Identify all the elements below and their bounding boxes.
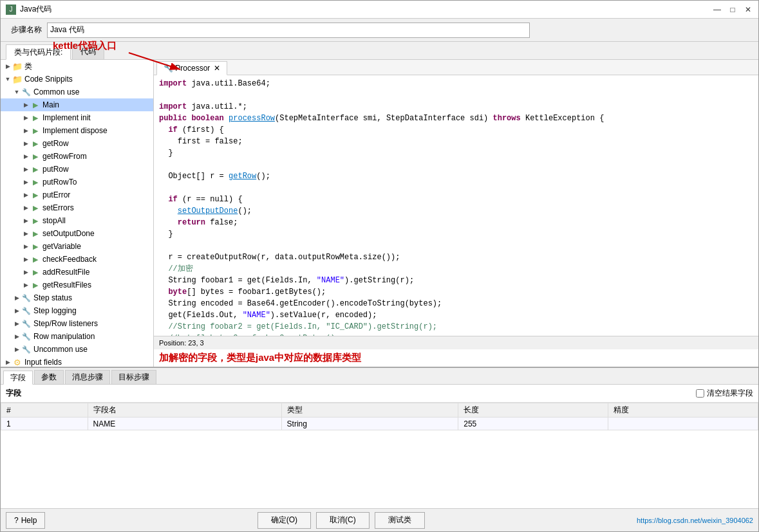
code-tabs: 🔧 Processor ✕ — [154, 60, 758, 75]
tree-item-main[interactable]: ▶ ▶ Main — [1, 98, 153, 111]
sidebar-scroll[interactable]: ▶ 📁 类 ▼ 📁 Code Snippits ▼ 🔧 Common use — [1, 60, 153, 367]
tree-item-input-fields[interactable]: ▶ ⚙ Input fields — [1, 356, 153, 367]
tree-item-uncommon-use[interactable]: ▶ 🔧 Uncommon use — [1, 343, 153, 356]
app-icon: J — [6, 5, 16, 15]
clear-checkbox-container: 清空结果字段 — [696, 388, 753, 399]
code-line-18: String foobar1 = get(Fields.In, "NAME").… — [159, 275, 753, 286]
tree-item-snippits[interactable]: ▼ 📁 Code Snippits — [1, 73, 153, 86]
window-controls: — □ ✕ — [712, 5, 753, 15]
code-line-14: } — [159, 228, 753, 240]
tree-item-stopall[interactable]: ▶ ▶ stopAll — [1, 214, 153, 227]
minimize-button[interactable]: — — [712, 5, 722, 15]
tree-item-step-logging[interactable]: ▶ 🔧 Step logging — [1, 304, 153, 317]
tree-label-implement-init: Implement init — [42, 113, 91, 122]
tree-item-getresultfiles[interactable]: ▶ ▶ getResultFiles — [1, 279, 153, 291]
footer-url: https://blog.csdn.net/weixin_3904062 — [637, 517, 753, 524]
step-name-label: 步骤名称 — [11, 24, 42, 35]
col-header-precision: 精度 — [608, 403, 758, 417]
tree-item-implement-dispose[interactable]: ▶ ▶ Implement dispose — [1, 124, 153, 137]
tree-item-getrowfrom[interactable]: ▶ ▶ getRowFrom — [1, 150, 153, 163]
tree-item-step-row-listeners[interactable]: ▶ 🔧 Step/Row listeners — [1, 317, 153, 330]
tree-item-row-manipulation[interactable]: ▶ 🔧 Row manipulation — [1, 330, 153, 343]
tab-class-snippets[interactable]: 类与代码片段: — [6, 44, 71, 60]
tree-label-row-manipulation: Row manipulation — [33, 332, 95, 341]
help-icon: ? — [14, 516, 19, 525]
tree-label-snippits: Code Snippits — [24, 75, 73, 84]
tree-label-getrowfrom: getRowFrom — [42, 152, 87, 161]
tab-params[interactable]: 参数 — [34, 370, 64, 384]
test-button[interactable]: 测试类 — [375, 512, 425, 529]
close-button[interactable]: ✕ — [743, 5, 753, 15]
cell-precision — [608, 417, 758, 430]
snippet-icon-common: 🔧 — [21, 87, 32, 97]
bottom-content: 字段 清空结果字段 # 字段名 类型 长度 精度 — [1, 385, 758, 508]
code-tab-processor[interactable]: 🔧 Processor ✕ — [156, 61, 227, 75]
col-header-fieldname: 字段名 — [88, 403, 281, 417]
tree-label-step-row-listeners: Step/Row listeners — [33, 319, 98, 328]
tree-label-stopall: stopAll — [42, 216, 66, 225]
tree-label-getvariable: getVariable — [42, 242, 81, 251]
confirm-button[interactable]: 确定(O) — [258, 512, 311, 529]
tree-item-putrowto[interactable]: ▶ ▶ putRowTo — [1, 176, 153, 188]
col-header-length: 长度 — [458, 403, 608, 417]
code-line-12: setOutputDone(); — [159, 205, 753, 217]
tree-arrow-classes: ▶ — [3, 62, 12, 71]
tree-item-getvariable[interactable]: ▶ ▶ getVariable — [1, 240, 153, 253]
tree-item-getrow[interactable]: ▶ ▶ getRow — [1, 137, 153, 150]
tree-item-classes[interactable]: ▶ 📁 类 — [1, 60, 153, 73]
main-tabs-header: 类与代码片段: 代码 — [1, 42, 758, 60]
tree-label-classes: 类 — [24, 61, 32, 72]
tree-label-step-status: Step status — [33, 293, 72, 302]
tree-arrow-snippits: ▼ — [3, 75, 12, 84]
maximize-button[interactable]: □ — [727, 5, 738, 15]
code-line-15 — [159, 240, 753, 252]
tree-item-checkfeedback[interactable]: ▶ ▶ checkFeedback — [1, 253, 153, 266]
code-editor[interactable]: import java.util.Base64; import java.uti… — [154, 75, 758, 336]
tree-item-implement-init[interactable]: ▶ ▶ Implement init — [1, 111, 153, 124]
table-row[interactable]: 1 NAME String 255 — [1, 417, 758, 430]
tree-item-step-status[interactable]: ▶ 🔧 Step status — [1, 291, 153, 304]
main-content: ▶ 📁 类 ▼ 📁 Code Snippits ▼ 🔧 Common use — [1, 60, 758, 367]
step-name-row: 步骤名称 — [1, 19, 758, 42]
tab-code[interactable]: 代码 — [72, 44, 104, 59]
tree-label-putrow: putRow — [42, 165, 69, 174]
tree-item-setoutputdone[interactable]: ▶ ▶ setOutputDone — [1, 227, 153, 240]
title-bar: J Java代码 — □ ✕ — [1, 1, 758, 19]
cancel-button[interactable]: 取消(C) — [316, 512, 370, 529]
tree-item-addresultfile[interactable]: ▶ ▶ addResultFile — [1, 266, 153, 279]
table-container: # 字段名 类型 长度 精度 1 NAME String 255 — [1, 403, 758, 508]
code-line-8 — [159, 159, 753, 170]
tab-message-steps[interactable]: 消息步骤 — [65, 370, 110, 384]
tab-processor-close[interactable]: ✕ — [214, 64, 220, 73]
tab-target-steps[interactable]: 目标步骤 — [111, 370, 156, 384]
tree-item-puterror[interactable]: ▶ ▶ putError — [1, 188, 153, 201]
code-line-4: public boolean processRow(StepMetaInterf… — [159, 113, 753, 124]
tab-fields[interactable]: 字段 — [3, 371, 33, 385]
tree-label-putrowto: putRowTo — [42, 178, 77, 187]
tree-item-putrow[interactable]: ▶ ▶ putRow — [1, 163, 153, 176]
window-title: Java代码 — [20, 4, 712, 15]
tree-item-common-use[interactable]: ▼ 🔧 Common use — [1, 86, 153, 98]
tab-processor-label: 🔧 Processor — [164, 64, 210, 73]
step-name-input[interactable] — [47, 23, 530, 38]
code-line-3: import java.util.*; — [159, 101, 753, 113]
code-line-6: first = false; — [159, 136, 753, 147]
col-header-num: # — [1, 403, 88, 417]
tree-label-uncommon-use: Uncommon use — [33, 345, 88, 354]
item-icon-main: ▶ — [30, 100, 41, 110]
tree-label-input-fields: Input fields — [24, 358, 62, 367]
tree-arrow-common: ▼ — [12, 87, 21, 96]
clear-checkbox[interactable] — [696, 389, 704, 398]
decrypt-note: 加解密的字段，类型是java中对应的数据库类型 — [154, 349, 758, 367]
main-window: J Java代码 — □ ✕ 步骤名称 类与代码片段: 代码 ▶ 📁 — [0, 0, 759, 532]
code-line-16: r = createOutputRow(r, data.outputRowMet… — [159, 252, 753, 263]
help-button[interactable]: ? Help — [6, 512, 45, 529]
cell-num: 1 — [1, 417, 88, 430]
code-line-17: //加密 — [159, 263, 753, 275]
tree-label-implement-dispose: Implement dispose — [42, 126, 108, 135]
col-header-type: 类型 — [281, 403, 458, 417]
cell-type: String — [281, 417, 458, 430]
code-line-19: byte[] bytes = foobar1.getBytes(); — [159, 286, 753, 298]
position-status: Position: 23, 3 — [159, 339, 204, 347]
tree-item-seterrors[interactable]: ▶ ▶ setErrors — [1, 201, 153, 214]
